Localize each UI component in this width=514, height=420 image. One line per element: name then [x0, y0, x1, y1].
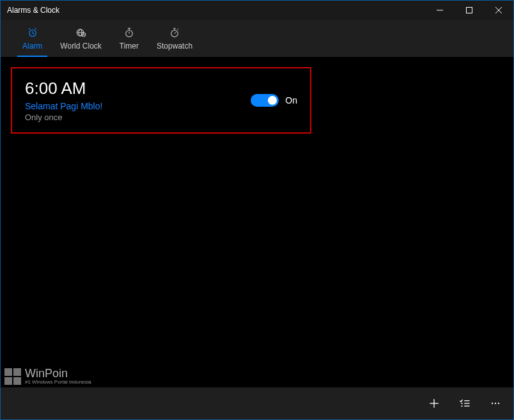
alarm-repeat: Only once [25, 113, 102, 122]
minimize-button[interactable] [425, 1, 455, 20]
window-controls [425, 1, 513, 20]
svg-point-31 [492, 403, 493, 404]
maximize-button[interactable] [455, 1, 484, 20]
timer-icon [123, 26, 135, 39]
alarm-info: 6:00 AM Selamat Pagi Mblo! Only once [25, 79, 102, 122]
stopwatch-icon [169, 26, 180, 39]
bottombar [1, 387, 513, 419]
tab-label: Timer [120, 42, 139, 51]
svg-rect-1 [467, 8, 472, 13]
tab-label: World Clock [60, 42, 101, 51]
tab-label: Stopwatch [157, 42, 192, 51]
content-area: 6:00 AM Selamat Pagi Mblo! Only once On [1, 57, 513, 387]
alarm-toggle-wrap: On [251, 94, 297, 107]
more-options-button[interactable] [480, 388, 511, 419]
watermark-logo-icon [4, 368, 21, 385]
toggle-knob-icon [268, 96, 277, 105]
tab-timer[interactable]: Timer [111, 20, 148, 57]
svg-point-33 [498, 403, 499, 404]
world-clock-icon [75, 26, 87, 39]
select-alarms-button[interactable] [449, 388, 480, 419]
toggle-state-label: On [285, 95, 297, 105]
svg-point-32 [495, 403, 496, 404]
close-button[interactable] [484, 1, 513, 20]
alarm-icon [27, 26, 38, 39]
svg-line-8 [35, 28, 36, 29]
watermark: WinPoin #1 Windows Portal Indonesia [1, 365, 98, 387]
tab-label: Alarm [22, 42, 42, 51]
svg-line-23 [178, 29, 179, 30]
window-title: Alarms & Clock [7, 6, 59, 15]
add-alarm-button[interactable] [419, 388, 449, 419]
tab-stopwatch[interactable]: Stopwatch [148, 20, 201, 57]
svg-line-20 [175, 32, 176, 33]
watermark-brand: WinPoin [25, 368, 91, 379]
watermark-text: WinPoin #1 Windows Portal Indonesia [25, 368, 91, 385]
tab-alarm[interactable]: Alarm [13, 20, 51, 57]
alarm-item[interactable]: 6:00 AM Selamat Pagi Mblo! Only once On [11, 67, 311, 134]
alarm-label: Selamat Pagi Mblo! [25, 101, 102, 111]
tab-world-clock[interactable]: World Clock [51, 20, 110, 57]
svg-line-6 [33, 33, 34, 35]
tabbar: Alarm World Clock Timer [1, 20, 513, 57]
titlebar: Alarms & Clock [1, 1, 513, 20]
alarm-time: 6:00 AM [25, 79, 102, 98]
alarm-toggle[interactable] [251, 94, 279, 107]
watermark-tagline: #1 Windows Portal Indonesia [25, 379, 91, 385]
svg-line-7 [29, 28, 30, 29]
svg-line-14 [83, 35, 84, 35]
